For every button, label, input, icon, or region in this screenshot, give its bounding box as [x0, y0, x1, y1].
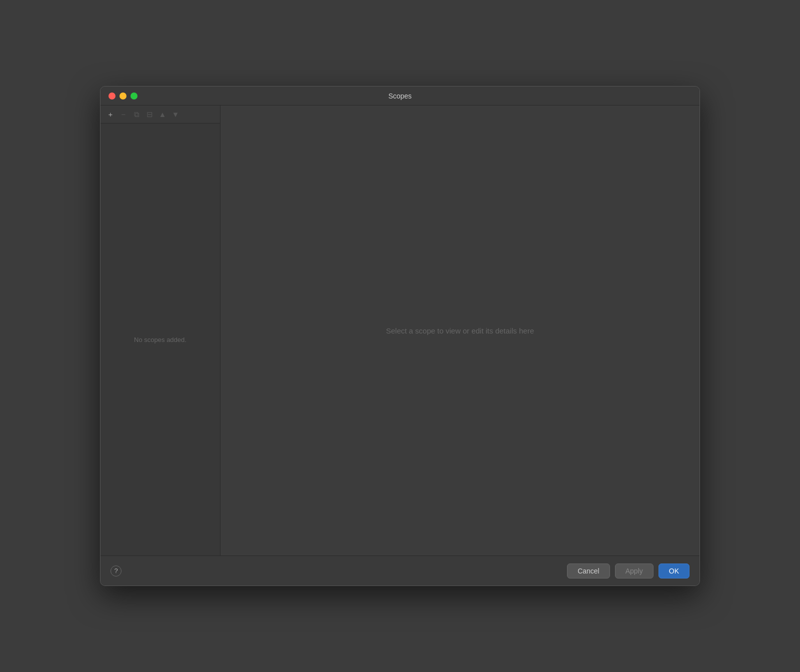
move-down-button[interactable]: ▼ [170, 108, 182, 120]
save-scope-button[interactable]: ⊟ [144, 108, 156, 120]
help-button[interactable]: ? [110, 566, 122, 576]
footer-left: ? [110, 566, 122, 576]
sidebar-toolbar: + − ⧉ ⊟ ▲ ▼ [100, 106, 220, 124]
help-icon: ? [114, 567, 118, 574]
main-content: + − ⧉ ⊟ ▲ ▼ No scopes added. [100, 106, 700, 556]
sidebar: + − ⧉ ⊟ ▲ ▼ No scopes added. [100, 106, 220, 556]
move-up-button[interactable]: ▲ [156, 108, 168, 120]
ok-button[interactable]: OK [658, 564, 690, 578]
minus-icon: − [122, 110, 126, 118]
add-icon: + [108, 110, 113, 118]
chevron-down-icon: ▼ [172, 110, 180, 118]
scopes-window: Scopes + − ⧉ ⊟ ▲ [100, 86, 700, 586]
titlebar: Scopes [100, 86, 700, 106]
empty-list-label: No scopes added. [134, 336, 186, 344]
apply-button[interactable]: Apply [615, 564, 654, 578]
chevron-up-icon: ▲ [159, 110, 166, 118]
maximize-button[interactable] [130, 92, 138, 100]
copy-scope-button[interactable]: ⧉ [130, 108, 142, 120]
cancel-button[interactable]: Cancel [567, 564, 610, 578]
window-title: Scopes [388, 92, 412, 100]
close-button[interactable] [108, 92, 116, 100]
save-icon: ⊟ [146, 110, 153, 119]
minimize-button[interactable] [120, 92, 126, 100]
scope-list: No scopes added. [100, 124, 220, 556]
footer: ? Cancel Apply OK [100, 556, 700, 586]
add-scope-button[interactable]: + [104, 108, 116, 120]
copy-icon: ⧉ [134, 110, 140, 119]
window-controls [108, 92, 138, 100]
remove-scope-button[interactable]: − [118, 108, 130, 120]
detail-placeholder-text: Select a scope to view or edit its detai… [386, 326, 534, 335]
detail-panel: Select a scope to view or edit its detai… [220, 106, 700, 556]
footer-right: Cancel Apply OK [567, 564, 690, 578]
